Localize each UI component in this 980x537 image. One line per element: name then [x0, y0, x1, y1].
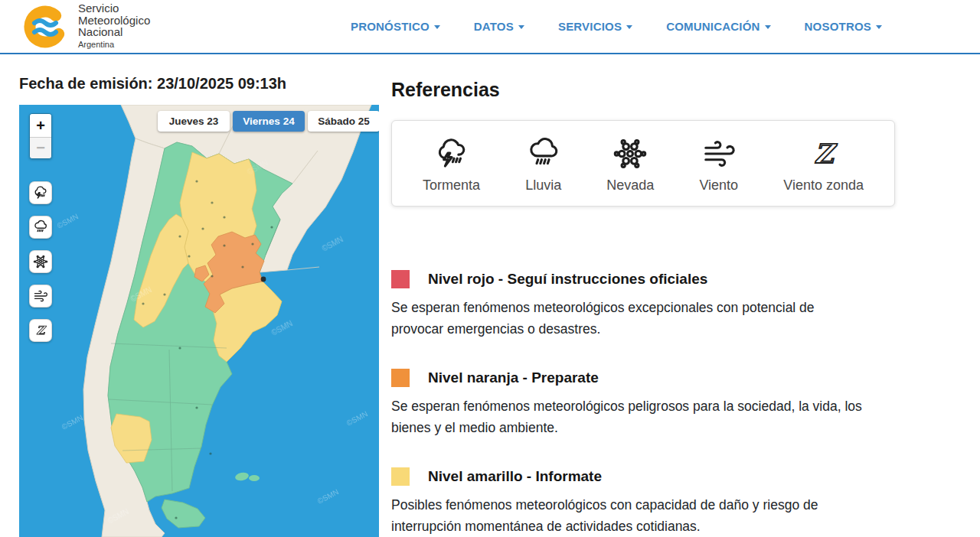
smn-logo-text: Servicio Meteorológico Nacional Argentin…: [78, 2, 150, 50]
nav-pronostico[interactable]: PRONÓSTICO: [351, 20, 440, 33]
reference-viento-zonda: Viento zonda: [783, 136, 864, 194]
layer-storm-button[interactable]: [29, 181, 52, 204]
level-description: Se esperan fenómenos meteorológicos exce…: [391, 298, 870, 340]
tab-sabado-25[interactable]: Sábado 25: [308, 111, 379, 132]
layer-rain-button[interactable]: [29, 216, 52, 239]
zonda-icon: [33, 323, 48, 338]
red-level-swatch: [391, 270, 410, 288]
storm-icon: [33, 185, 48, 200]
chevron-down-icon: [434, 25, 440, 29]
nav-nosotros[interactable]: NOSOTROS: [805, 20, 882, 33]
main-nav: PRONÓSTICO DATOS SERVICIOS COMUNICACIÓN …: [351, 20, 882, 33]
tab-jueves-23[interactable]: Jueves 23: [158, 111, 230, 132]
level-rojo: Nivel rojo - Seguí instrucciones oficial…: [391, 270, 897, 340]
nav-servicios[interactable]: SERVICIOS: [558, 20, 632, 33]
level-title: Nivel amarillo - Informate: [428, 468, 602, 485]
level-title: Nivel naranja - Preparate: [428, 369, 599, 386]
argentina-alert-map: ©SMN ©SMN ©SMN ©SMN ©SMN ©SMN ©SMN ©SMN …: [19, 105, 379, 537]
zoom-out-button[interactable]: −: [30, 137, 51, 158]
references-box: Tormenta Lluvia Nevada Viento Viento zon…: [391, 120, 895, 207]
chevron-down-icon: [765, 25, 771, 29]
chevron-down-icon: [518, 25, 524, 29]
storm-icon: [434, 136, 469, 171]
smn-logo-icon: [23, 5, 70, 49]
day-tabs: Jueves 23 Viernes 24 Sábado 25: [158, 111, 379, 132]
snow-icon: [33, 254, 48, 269]
layer-zonda-button[interactable]: [29, 319, 52, 342]
nav-comunicacion[interactable]: COMUNICACIÓN: [666, 20, 770, 33]
emission-date-title: Fecha de emisión: 23/10/2025 09:13h: [19, 75, 286, 93]
zonda-icon: [806, 136, 841, 171]
chevron-down-icon: [876, 25, 882, 29]
level-title: Nivel rojo - Seguí instrucciones oficial…: [428, 271, 707, 288]
rain-icon: [526, 136, 561, 171]
tab-viernes-24[interactable]: Viernes 24: [233, 111, 305, 132]
snow-icon: [612, 136, 648, 171]
reference-viento: Viento: [699, 136, 738, 194]
smn-logo[interactable]: Servicio Meteorológico Nacional Argentin…: [23, 2, 150, 50]
alert-levels-legend: Nivel rojo - Seguí instrucciones oficial…: [391, 270, 897, 537]
chevron-down-icon: [626, 25, 632, 29]
wind-icon: [33, 288, 48, 304]
wind-icon: [701, 136, 737, 171]
rain-icon: [33, 220, 48, 235]
references-title: Referencias: [391, 79, 897, 101]
level-amarillo: Nivel amarillo - Informate Posibles fenó…: [391, 467, 897, 537]
level-description: Se esperan fenómenos meteorológicos peli…: [391, 396, 870, 438]
zoom-in-button[interactable]: +: [30, 114, 51, 137]
top-navbar: Servicio Meteorológico Nacional Argentin…: [0, 0, 980, 54]
level-naranja: Nivel naranja - Preparate Se esperan fen…: [391, 369, 897, 438]
map-zoom-control: + −: [29, 113, 52, 159]
yellow-level-swatch: [391, 467, 410, 486]
level-description: Posibles fenómenos meteorológicos con ca…: [391, 495, 870, 537]
reference-tormenta: Tormenta: [423, 136, 480, 194]
reference-lluvia: Lluvia: [525, 136, 561, 194]
layer-wind-button[interactable]: [29, 285, 52, 308]
alerts-map[interactable]: ©SMN ©SMN ©SMN ©SMN ©SMN ©SMN ©SMN ©SMN …: [19, 105, 379, 537]
orange-level-swatch: [391, 369, 410, 387]
layer-snow-button[interactable]: [29, 250, 52, 273]
references-panel: Referencias Tormenta Lluvia Nevada Vient…: [391, 79, 897, 537]
map-layer-buttons: [29, 181, 52, 342]
reference-nevada: Nevada: [606, 136, 654, 194]
nav-datos[interactable]: DATOS: [474, 20, 524, 33]
